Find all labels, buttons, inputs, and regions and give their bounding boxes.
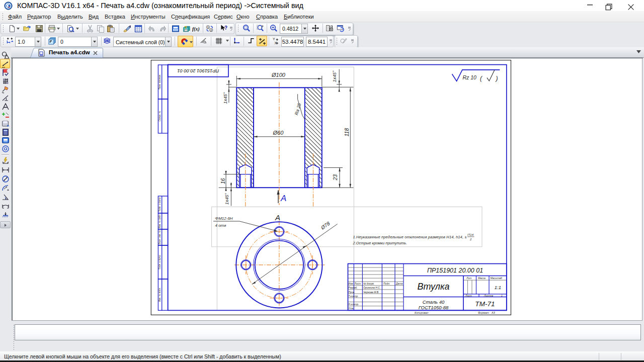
svg-text:1х45°: 1х45° [332,70,337,82]
svg-text:Пров.: Пров. [348,291,355,294]
svg-text:Чернова М.В.: Чернова М.В. [363,291,379,294]
svg-text:Масса: Масса [478,277,486,280]
svg-text:4 отв: 4 отв [215,223,226,228]
svg-text:A3: A3 [491,311,496,314]
svg-text:2: 2 [210,28,212,32]
svg-text:?: ? [184,25,187,30]
svg-text:Ø60: Ø60 [273,130,284,136]
svg-text:Подп. и дата: Подп. и дата [158,255,161,269]
svg-text:2.Острые кромки притупить.: 2.Острые кромки притупить. [353,241,408,245]
svg-text:Формат: Формат [478,311,489,314]
svg-text:Инв. № дубл.: Инв. № дубл. [158,214,161,228]
svg-text:Масштаб: Масштаб [491,277,503,280]
svg-text:1: 1 [501,294,503,297]
svg-text:Лист: Лист [465,294,472,297]
svg-text:118: 118 [344,128,350,137]
svg-text:Листов: Листов [484,294,494,297]
svg-text:1.Неуказанные предельные откло: 1.Неуказанные предельные отклонения разм… [353,235,467,239]
svg-text:Копировал: Копировал [415,311,428,314]
svg-text:Втулка: Втулка [417,282,449,292]
svg-text:23: 23 [332,174,338,181]
svg-text:16: 16 [220,178,226,184]
svg-text:Взам. инв. №: Взам. инв. № [158,230,161,244]
svg-text:ГОСТ1050-88: ГОСТ1050-88 [419,305,449,310]
svg-text:1х45°: 1х45° [223,92,228,104]
svg-text:Изм: Изм [348,282,353,285]
svg-text:А: А [280,194,286,203]
svg-text:ПР151901 20.00 01: ПР151901 20.00 01 [427,267,483,274]
svg-text:Перв. примен.: Перв. примен. [158,74,161,90]
svg-text:Rz 10: Rz 10 [463,74,477,80]
svg-text:Т.контр.: Т.контр. [348,295,358,298]
svg-text:Разраб.: Разраб. [348,286,357,289]
svg-text:1:1: 1:1 [495,285,501,290]
svg-text:2: 2 [469,238,472,241]
svg-text:Лист: Лист [354,282,361,285]
svg-text:Утв.: Утв. [348,307,354,310]
svg-text:Н.контр.: Н.контр. [348,303,359,306]
svg-text:ПР151901 20.00 01: ПР151901 20.00 01 [177,68,219,73]
svg-text:Справ. №: Справ. № [158,111,161,122]
svg-text:Оринкина Н.С.: Оринкина Н.С. [363,286,380,289]
svg-text:1х45°: 1х45° [224,193,229,205]
svg-text:Подп.: Подп. [383,282,390,285]
svg-text:1: 1 [207,25,209,29]
svg-text:IT14: IT14 [467,233,474,236]
svg-text:№ докум.: № докум. [363,282,374,285]
svg-text:Лит: Лит [466,277,471,280]
svg-text:Подп. и дата: Подп. и дата [158,197,161,212]
svg-text:Инв. № подл.: Инв. № подл. [158,288,161,302]
svg-text:A: A [275,213,280,222]
svg-text:?: ? [224,25,227,31]
svg-text:f(x): f(x) [192,26,200,32]
svg-text:Дата: Дата [395,282,403,285]
svg-text:ТМ-71: ТМ-71 [475,300,495,308]
svg-text:Ø100: Ø100 [271,72,286,78]
svg-text:Сталь 40: Сталь 40 [423,299,445,305]
svg-text:ΦМ12-6Н: ΦМ12-6Н [215,216,233,221]
svg-text:Y: Y [273,37,275,41]
